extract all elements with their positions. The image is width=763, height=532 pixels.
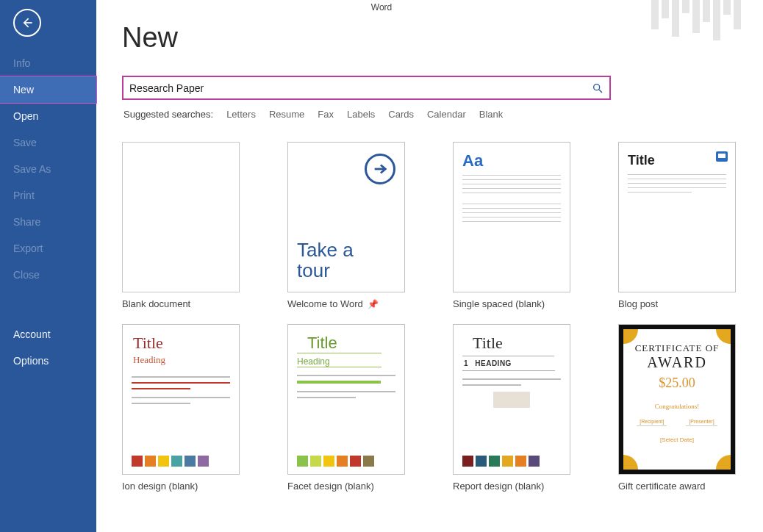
template-search[interactable]	[122, 76, 611, 100]
preview-lines	[454, 175, 570, 222]
caption: Report design (blank)	[453, 481, 587, 492]
svg-line-2	[599, 90, 602, 93]
nav-options[interactable]: Options	[0, 348, 96, 374]
caption: Blank document	[122, 298, 256, 309]
preview-lines	[123, 373, 239, 404]
color-swatches	[132, 456, 209, 467]
arrow-left-icon	[20, 15, 35, 30]
caption: Gift certificate award	[618, 481, 752, 492]
template-welcome-to-word[interactable]: Take a tour Welcome to Word 📌	[287, 142, 421, 309]
thumb-report: Title 1 Heading	[453, 324, 570, 475]
nav-new[interactable]: New	[0, 76, 96, 103]
nav-print[interactable]: Print	[0, 182, 96, 209]
blog-icon	[716, 151, 728, 162]
award-date: [Select Date]	[660, 436, 694, 443]
svg-point-1	[594, 84, 600, 90]
template-blank-document[interactable]: Blank document	[122, 142, 256, 309]
ion-title-text: Title	[123, 325, 239, 354]
nav-account[interactable]: Account	[0, 321, 96, 348]
preview-lines	[454, 371, 570, 408]
color-swatches	[297, 456, 374, 467]
thumb-single-spaced: Aa	[453, 142, 570, 292]
suggested-link-letters[interactable]: Letters	[226, 109, 256, 120]
search-input[interactable]	[129, 82, 592, 94]
caption: Single spaced (blank)	[453, 298, 587, 309]
template-gift-certificate[interactable]: CERTIFICATE OF AWARD $25.00 Congratulati…	[618, 324, 752, 492]
nav-export[interactable]: Export	[0, 235, 96, 262]
facet-title-text: Title	[297, 325, 382, 353]
suggested-link-calendar[interactable]: Calendar	[427, 109, 466, 120]
template-grid: Blank document Take a tour Welcome to Wo…	[122, 142, 763, 492]
nav-share[interactable]: Share	[0, 209, 96, 235]
award-congrats: Congratulations!	[655, 403, 700, 410]
award-recipient: [Recipient]	[637, 419, 667, 426]
template-report-design[interactable]: Title 1 Heading Report design (blank)	[453, 324, 587, 492]
suggested-link-blank[interactable]: Blank	[479, 109, 504, 120]
report-title-text: Title	[462, 325, 554, 356]
color-swatches	[462, 456, 540, 467]
search-icon[interactable]	[592, 82, 603, 94]
thumb-blank	[122, 142, 240, 292]
template-blog-post[interactable]: Title Blog post	[618, 142, 752, 309]
thumb-ion: Title Heading	[122, 324, 240, 475]
suggested-label: Suggested searches:	[123, 109, 213, 120]
award-line1: CERTIFICATE OF	[635, 342, 720, 354]
main-panel: New Suggested searches: Letters Resume F…	[96, 0, 763, 532]
template-facet-design[interactable]: Title Heading Facet design (blank)	[287, 324, 421, 492]
template-ion-design[interactable]: Title Heading Ion design (blank)	[122, 324, 256, 492]
thumb-blog: Title	[618, 142, 736, 292]
nav-close[interactable]: Close	[0, 262, 96, 288]
nav-info[interactable]: Info	[0, 50, 96, 76]
preview-lines	[619, 174, 735, 193]
thumb-award: CERTIFICATE OF AWARD $25.00 Congratulati…	[618, 324, 736, 475]
caption: Facet design (blank)	[287, 481, 421, 492]
nav-save-as[interactable]: Save As	[0, 156, 96, 182]
caption: Blog post	[618, 298, 752, 309]
backstage-sidebar: Info New Open Save Save As Print Share E…	[0, 0, 96, 532]
tour-text: Take a tour	[297, 240, 354, 281]
nav-list: Info New Open Save Save As Print Share E…	[0, 50, 96, 374]
window-title: Word	[0, 0, 763, 15]
award-line2: AWARD	[647, 354, 707, 371]
thumb-facet: Title Heading	[287, 324, 405, 475]
facet-heading-text: Heading	[297, 353, 382, 367]
back-button[interactable]	[13, 9, 41, 37]
suggested-link-labels[interactable]: Labels	[347, 109, 375, 120]
suggested-link-cards[interactable]: Cards	[388, 109, 414, 120]
arrow-right-circle-icon	[365, 154, 395, 184]
nav-save[interactable]: Save	[0, 129, 96, 156]
ion-heading-text: Heading	[123, 354, 239, 373]
aa-icon: Aa	[454, 143, 570, 175]
nav-open[interactable]: Open	[0, 103, 96, 129]
report-heading-text: 1 Heading	[454, 356, 570, 367]
preview-lines	[288, 367, 404, 398]
thumb-tour: Take a tour	[287, 142, 405, 292]
award-presenter: [Presenter]	[686, 419, 717, 426]
suggested-searches: Suggested searches: Letters Resume Fax L…	[123, 109, 763, 120]
caption: Welcome to Word 📌	[287, 298, 421, 309]
award-price: $25.00	[659, 375, 695, 391]
template-single-spaced[interactable]: Aa Single spaced (blank)	[453, 142, 587, 309]
suggested-link-fax[interactable]: Fax	[318, 109, 334, 120]
pin-icon[interactable]: 📌	[368, 299, 379, 309]
caption: Ion design (blank)	[122, 481, 256, 492]
suggested-link-resume[interactable]: Resume	[269, 109, 304, 120]
